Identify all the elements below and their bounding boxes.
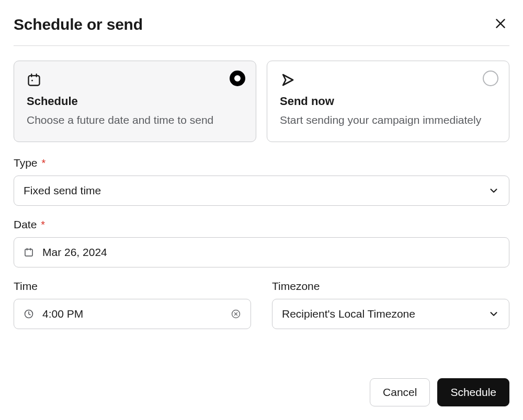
option-schedule-title: Schedule [27, 95, 243, 108]
timezone-value: Recipient's Local Timezone [282, 308, 415, 320]
option-send-now-desc: Start sending your campaign immediately [280, 112, 496, 128]
modal-header: Schedule or send [14, 15, 509, 34]
modal-footer: Cancel Schedule [370, 378, 509, 406]
required-indicator: * [42, 157, 46, 169]
clock-icon [24, 309, 34, 319]
time-timezone-row: Time 4:00 PM [14, 280, 509, 329]
field-type: Type * Fixed send time [14, 157, 509, 206]
field-date: Date * Mar 26, 2024 [14, 218, 509, 267]
label-text: Type [14, 157, 38, 169]
schedule-button[interactable]: Schedule [437, 378, 509, 406]
svg-rect-6 [25, 250, 32, 256]
date-value: Mar 26, 2024 [42, 246, 107, 259]
field-timezone-label: Timezone [272, 280, 509, 293]
label-text: Date [14, 218, 37, 231]
time-value: 4:00 PM [42, 308, 83, 320]
option-schedule[interactable]: Schedule Choose a future date and time t… [14, 61, 256, 142]
chevron-down-icon [488, 308, 499, 320]
svg-rect-2 [29, 76, 40, 86]
label-text: Time [14, 280, 38, 293]
radio-selected-icon [230, 71, 245, 86]
chevron-down-icon [488, 185, 499, 196]
radio-unselected-icon [483, 71, 498, 86]
field-timezone: Timezone Recipient's Local Timezone [272, 280, 509, 329]
type-select[interactable]: Fixed send time [14, 176, 509, 206]
option-send-now-title: Send now [280, 95, 496, 108]
calendar-icon [27, 73, 243, 87]
option-send-now[interactable]: Send now Start sending your campaign imm… [267, 61, 509, 142]
field-time-label: Time [14, 280, 251, 293]
clear-icon[interactable] [231, 309, 241, 319]
required-indicator: * [41, 219, 45, 231]
timezone-select[interactable]: Recipient's Local Timezone [272, 299, 509, 329]
label-text: Timezone [272, 280, 320, 293]
modal-title: Schedule or send [14, 16, 143, 33]
field-type-label: Type * [14, 157, 509, 169]
option-schedule-desc: Choose a future date and time to send [27, 112, 243, 128]
date-input[interactable]: Mar 26, 2024 [14, 237, 509, 267]
svg-point-5 [31, 80, 33, 81]
cancel-button[interactable]: Cancel [370, 378, 430, 406]
divider [14, 45, 509, 46]
send-options: Schedule Choose a future date and time t… [14, 61, 509, 142]
close-button[interactable] [492, 15, 509, 34]
schedule-modal: Schedule or send Schedule [0, 0, 523, 420]
type-value: Fixed send time [24, 184, 101, 197]
field-date-label: Date * [14, 218, 509, 231]
close-icon [494, 17, 507, 32]
field-time: Time 4:00 PM [14, 280, 251, 329]
send-icon [280, 73, 496, 87]
calendar-small-icon [24, 247, 34, 258]
time-input[interactable]: 4:00 PM [14, 299, 251, 329]
